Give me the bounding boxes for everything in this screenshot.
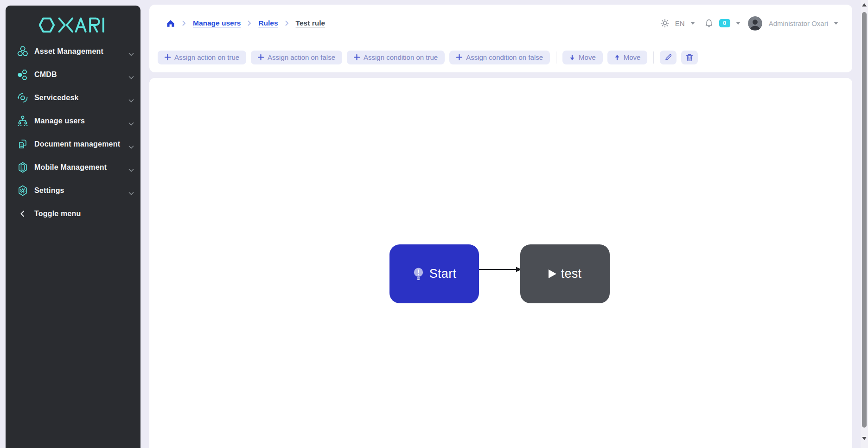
scroll-up-arrow-icon[interactable] <box>862 3 867 6</box>
assign-condition-on-true-button[interactable]: Assign condition on true <box>347 51 445 64</box>
scrollbar-thumb[interactable] <box>862 12 867 428</box>
header-card: Manage users Rules Test rule EN <box>149 5 852 72</box>
breadcrumb-link-rules[interactable]: Rules <box>258 19 278 27</box>
language-label[interactable]: EN <box>675 19 685 27</box>
sidebar-item-label: Document management <box>34 140 120 148</box>
sidebar-item-cmdb[interactable]: CMDB <box>6 63 140 86</box>
sidebar-item-mobile-management[interactable]: Mobile Management <box>6 156 140 179</box>
breadcrumb-current-test-rule[interactable]: Test rule <box>296 19 325 27</box>
cmdb-nodes-icon <box>17 69 29 81</box>
move-up-button[interactable]: Move <box>607 51 648 64</box>
rule-flow-canvas[interactable]: Start test <box>149 78 852 448</box>
gear-icon[interactable] <box>660 19 670 28</box>
mobile-shield-icon <box>17 161 29 173</box>
assign-action-on-false-button[interactable]: Assign action on false <box>251 51 342 64</box>
play-icon <box>549 269 556 278</box>
move-down-button[interactable]: Move <box>562 51 603 64</box>
arrow-down-icon <box>569 54 575 61</box>
sidebar-nav: Asset Management CMDB <box>6 40 140 225</box>
chevron-down-icon <box>128 166 134 174</box>
sidebar-item-manage-users[interactable]: Manage users <box>6 109 140 133</box>
toggle-menu-label: Toggle menu <box>34 210 81 218</box>
flow-node-start[interactable]: Start <box>389 244 479 303</box>
language-caret-icon[interactable] <box>690 22 695 25</box>
sidebar-item-servicedesk[interactable]: Servicedesk <box>6 86 140 109</box>
notification-caret-icon[interactable] <box>736 22 740 25</box>
trash-icon <box>686 53 693 62</box>
sidebar-item-document-management[interactable]: Document management <box>6 133 140 156</box>
node-label: Start <box>429 267 457 281</box>
sidebar-item-label: Mobile Management <box>34 163 107 172</box>
edit-button[interactable] <box>660 51 677 64</box>
breadcrumb: Manage users Rules Test rule EN <box>149 5 852 42</box>
chevron-down-icon <box>128 96 134 104</box>
scroll-down-arrow-icon[interactable] <box>862 437 867 440</box>
pencil-icon <box>664 53 672 61</box>
toolbar: Assign action on true Assign action on f… <box>149 42 852 72</box>
asset-hexagons-icon <box>17 45 29 58</box>
vertical-scrollbar[interactable] <box>861 0 868 448</box>
documents-icon <box>17 138 29 150</box>
assign-action-on-true-button[interactable]: Assign action on true <box>158 51 246 64</box>
settings-gear-icon <box>17 185 29 197</box>
toggle-menu-button[interactable]: Toggle menu <box>6 202 140 225</box>
user-name[interactable]: Administrator Oxari <box>769 19 828 27</box>
chevron-down-icon <box>128 119 134 128</box>
sidebar-item-label: Asset Management <box>34 47 103 56</box>
sidebar-item-label: Manage users <box>34 117 85 125</box>
sidebar-item-settings[interactable]: Settings <box>6 179 140 202</box>
user-menu-caret-icon[interactable] <box>834 22 838 25</box>
oxari-logo <box>6 6 140 34</box>
chevron-down-icon <box>128 73 134 81</box>
assign-condition-on-false-button[interactable]: Assign condition on false <box>449 51 550 64</box>
users-org-icon <box>17 115 29 127</box>
chevron-left-icon <box>17 208 29 220</box>
arrow-up-icon <box>614 54 620 61</box>
delete-button[interactable] <box>681 51 698 64</box>
sidebar-item-label: CMDB <box>34 70 57 79</box>
breadcrumb-separator-icon <box>285 20 289 26</box>
sidebar-item-label: Settings <box>34 186 64 195</box>
servicedesk-icon <box>17 92 29 104</box>
plus-icon <box>258 54 264 60</box>
sidebar-item-label: Servicedesk <box>34 94 79 102</box>
breadcrumb-separator-icon <box>248 20 251 26</box>
breadcrumb-link-manage-users[interactable]: Manage users <box>193 19 241 27</box>
bell-icon[interactable] <box>704 19 714 28</box>
toolbar-divider <box>556 51 556 64</box>
chevron-down-icon <box>128 189 134 197</box>
plus-icon <box>456 54 462 60</box>
plus-icon <box>165 54 171 60</box>
chevron-down-icon <box>128 142 134 151</box>
home-icon[interactable] <box>166 19 175 28</box>
node-label: test <box>561 267 582 281</box>
toolbar-divider <box>653 51 654 64</box>
flow-edge-arrow <box>479 266 522 273</box>
flow-node-test[interactable]: test <box>520 244 610 303</box>
avatar[interactable] <box>748 16 762 31</box>
sidebar: Asset Management CMDB <box>6 6 140 448</box>
bulb-exclamation-icon <box>412 267 425 281</box>
breadcrumb-separator-icon <box>182 20 186 26</box>
oxari-logo-icon <box>36 16 110 34</box>
plus-icon <box>354 54 360 60</box>
notification-badge[interactable]: 0 <box>719 19 730 27</box>
chevron-down-icon <box>128 50 134 58</box>
sidebar-item-asset-management[interactable]: Asset Management <box>6 40 140 63</box>
header-actions: EN 0 <box>660 16 838 31</box>
